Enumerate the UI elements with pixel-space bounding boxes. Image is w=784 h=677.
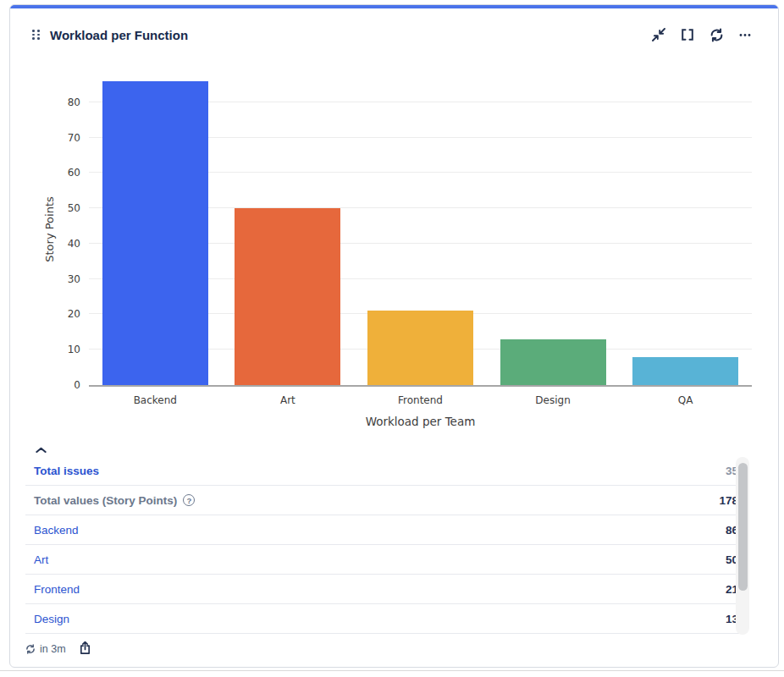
row-label[interactable]: Backend	[34, 524, 79, 537]
help-icon[interactable]: ?	[183, 494, 195, 506]
bar-frontend[interactable]	[367, 311, 473, 385]
fullscreen-icon	[681, 28, 694, 41]
x-tick-label: Design	[487, 394, 620, 406]
refresh-icon	[709, 28, 724, 42]
y-tick-label: 60	[68, 167, 80, 179]
y-tick-label: 50	[68, 202, 80, 214]
gadget-header: Workload per Function	[32, 27, 753, 42]
bar-art[interactable]	[235, 208, 340, 385]
refresh-button[interactable]	[709, 27, 724, 42]
y-tick-label: 20	[68, 308, 80, 320]
bar-column	[354, 67, 487, 385]
share-icon	[79, 641, 91, 658]
y-tick-label: 40	[68, 238, 80, 250]
bar-design[interactable]	[500, 339, 606, 385]
bar-column	[222, 67, 355, 385]
drag-handle-icon[interactable]	[32, 30, 40, 40]
summary-table: Total issues35Total values (Story Points…	[25, 456, 740, 636]
scrollbar-thumb[interactable]	[738, 463, 748, 591]
fullscreen-button[interactable]	[680, 27, 695, 42]
row-label[interactable]: Total issues	[34, 465, 99, 477]
chevron-up-icon	[36, 443, 47, 456]
refresh-countdown-icon[interactable]	[25, 644, 36, 654]
more-options-icon	[738, 28, 752, 41]
more-options-button[interactable]	[737, 27, 753, 42]
x-tick-label: Frontend	[354, 394, 487, 406]
y-tick-label: 70	[68, 132, 80, 144]
y-tick-label: 30	[68, 273, 80, 285]
x-tick-label: QA	[619, 394, 752, 406]
x-axis-labels: BackendArtFrontendDesignQA	[89, 394, 752, 406]
bar-column	[619, 67, 752, 385]
minimize-button[interactable]	[651, 27, 666, 42]
bar-chart: Story Points 01020304050607080 BackendAr…	[10, 63, 778, 435]
minimize-icon	[652, 28, 665, 41]
chart-plot-area: 01020304050607080	[89, 67, 752, 387]
x-axis-title: Workload per Team	[89, 415, 752, 428]
table-row: Frontend21	[25, 575, 740, 604]
table-row: Design13	[25, 604, 740, 634]
gadget-title: Workload per Function	[50, 28, 188, 42]
y-axis-title: Story Points	[43, 196, 56, 262]
bar-backend[interactable]	[102, 81, 208, 385]
bar-qa[interactable]	[632, 357, 738, 385]
table-row: Total issues35	[25, 456, 740, 486]
row-label[interactable]: Design	[34, 613, 69, 625]
y-tick-label: 80	[68, 96, 80, 108]
x-tick-label: Art	[222, 394, 355, 406]
gadget-footer: in 3m	[25, 638, 91, 660]
y-tick-label: 10	[68, 344, 80, 355]
table-row: Backend86	[25, 515, 740, 545]
page-divider	[0, 670, 784, 671]
x-tick-label: Backend	[89, 394, 222, 406]
share-button[interactable]	[79, 641, 91, 658]
table-row: Art50	[25, 545, 740, 575]
table-row: Total values (Story Points)?178	[25, 486, 740, 515]
dashboard-gadget-card: Workload per Function	[9, 4, 779, 668]
refresh-countdown-text: in 3m	[40, 643, 66, 655]
card-accent-bar	[10, 5, 778, 8]
row-label: Total values (Story Points)	[34, 494, 177, 507]
y-tick-label: 0	[74, 379, 80, 391]
row-label[interactable]: Frontend	[34, 583, 80, 596]
row-label[interactable]: Art	[34, 553, 48, 566]
bars-container	[89, 67, 752, 385]
bar-column	[89, 67, 222, 385]
gadget-toolbar	[651, 27, 753, 42]
bar-column	[487, 67, 620, 385]
